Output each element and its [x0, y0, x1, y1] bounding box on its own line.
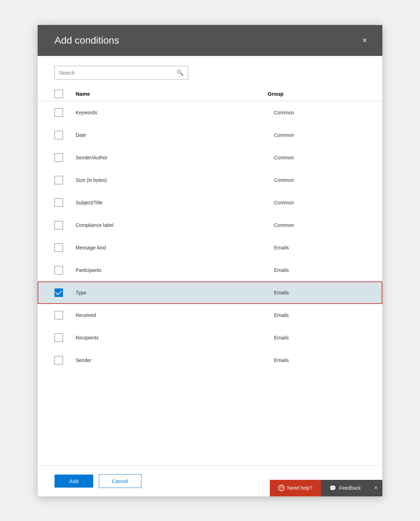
dialog-header: Add conditions × [38, 25, 382, 56]
search-icon: 🔍 [177, 69, 184, 76]
need-help-label: Need help? [287, 485, 313, 491]
row-group: Emails [274, 290, 365, 296]
table-row[interactable]: SenderEmails [38, 349, 382, 371]
search-box: 🔍 [55, 66, 188, 80]
row-name: Size (in bytes) [76, 177, 274, 183]
row-name: Type [76, 290, 274, 296]
column-header-name: Name [76, 91, 268, 97]
row-group: Emails [274, 267, 365, 273]
table-row[interactable]: DateCommon [38, 124, 382, 146]
cancel-button[interactable]: Cancel [99, 474, 141, 488]
row-checkbox[interactable] [55, 198, 63, 207]
row-checkbox[interactable] [55, 288, 63, 297]
table-row[interactable]: ReceivedEmails [38, 304, 382, 326]
table-body: KeywordsCommonDateCommonSender/AuthorCom… [38, 101, 382, 465]
row-checkbox[interactable] [55, 131, 63, 139]
row-name: Sender/Author [76, 155, 274, 160]
row-name: Received [76, 312, 274, 318]
row-group: Emails [274, 335, 365, 341]
row-group: Common [274, 110, 365, 115]
add-button[interactable]: Add [55, 475, 93, 488]
row-name: Message kind [76, 245, 274, 250]
row-checkbox[interactable] [55, 108, 63, 117]
row-group: Common [274, 155, 365, 160]
row-name: Recipients [76, 335, 274, 341]
table-row[interactable]: TypeEmails [38, 281, 382, 304]
row-checkbox-cell [55, 311, 76, 319]
row-name: Date [76, 132, 274, 138]
footer-help-feedback: ? Need help? 💬 Feedback × [270, 480, 382, 496]
footer-close-button[interactable]: × [369, 480, 382, 496]
table-row[interactable]: KeywordsCommon [38, 101, 382, 124]
row-checkbox[interactable] [55, 153, 63, 162]
row-name: Participants [76, 267, 274, 273]
search-container: 🔍 [38, 66, 382, 87]
row-checkbox[interactable] [55, 356, 63, 364]
row-checkbox-cell [55, 108, 76, 117]
row-checkbox-cell [55, 131, 76, 139]
row-group: Emails [274, 312, 365, 318]
row-name: Subject/Title [76, 200, 274, 205]
header-checkbox-cell [55, 90, 76, 98]
dialog-footer: Add Cancel ? Need help? 💬 Feedback × [38, 465, 382, 496]
dialog-title: Add conditions [55, 35, 119, 46]
table-header: Name Group [38, 87, 382, 101]
row-checkbox[interactable] [55, 243, 63, 252]
table-row[interactable]: Message kindEmails [38, 236, 382, 259]
dialog-body: 🔍 Name Group KeywordsCommonDateCommonSen… [38, 56, 382, 465]
row-name: Keywords [76, 110, 274, 115]
row-group: Emails [274, 245, 365, 250]
row-checkbox-cell [55, 243, 76, 252]
row-group: Common [274, 132, 365, 138]
row-checkbox[interactable] [55, 221, 63, 229]
row-checkbox[interactable] [55, 176, 63, 184]
feedback-button[interactable]: 💬 Feedback [321, 480, 369, 496]
row-checkbox[interactable] [55, 311, 63, 319]
table-row[interactable]: RecipientsEmails [38, 326, 382, 349]
row-checkbox-cell [55, 266, 76, 274]
row-group: Common [274, 222, 365, 228]
feedback-icon: 💬 [329, 485, 336, 491]
dialog-close-button[interactable]: × [359, 35, 370, 46]
help-icon: ? [278, 485, 285, 491]
row-checkbox-cell [55, 356, 76, 364]
row-checkbox[interactable] [55, 266, 63, 274]
row-checkbox-cell [55, 198, 76, 207]
row-name: Sender [76, 357, 274, 363]
column-header-group: Group [268, 91, 359, 97]
add-conditions-dialog: Add conditions × 🔍 Name Group KeywordsCo… [38, 25, 382, 496]
table-body-wrapper: KeywordsCommonDateCommonSender/AuthorCom… [38, 101, 382, 465]
table-row[interactable]: Subject/TitleCommon [38, 191, 382, 214]
row-group: Emails [274, 357, 365, 363]
table-row[interactable]: Sender/AuthorCommon [38, 146, 382, 169]
row-checkbox[interactable] [55, 333, 63, 342]
row-checkbox-cell [55, 333, 76, 342]
row-checkbox-cell [55, 153, 76, 162]
row-checkbox-cell [55, 221, 76, 229]
select-all-checkbox[interactable] [55, 90, 63, 98]
row-group: Common [274, 200, 365, 205]
row-checkbox-cell [55, 176, 76, 184]
table-row[interactable]: Size (in bytes)Common [38, 169, 382, 191]
table-row[interactable]: Compliance labelCommon [38, 214, 382, 236]
row-name: Compliance label [76, 222, 274, 228]
feedback-label: Feedback [339, 485, 361, 491]
need-help-button[interactable]: ? Need help? [270, 480, 321, 496]
row-checkbox-cell [55, 288, 76, 297]
row-group: Common [274, 177, 365, 183]
search-input[interactable] [59, 70, 177, 76]
table-row[interactable]: ParticipantsEmails [38, 259, 382, 281]
